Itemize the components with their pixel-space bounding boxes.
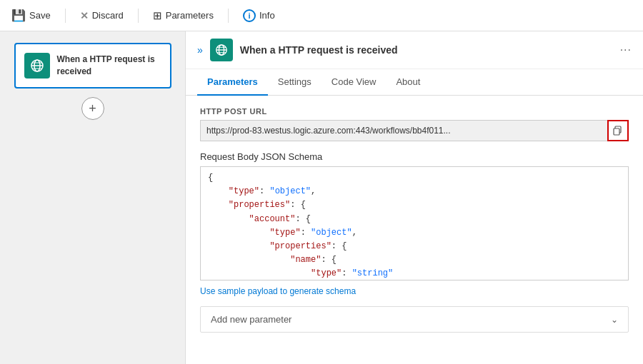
json-line-1: {	[208, 171, 621, 185]
trigger-card-icon	[24, 53, 50, 79]
tabs-bar: Parameters Settings Code View About	[186, 69, 643, 96]
save-label: Save	[29, 10, 51, 21]
info-label: Info	[259, 10, 275, 21]
tab-settings[interactable]: Settings	[268, 69, 322, 96]
info-icon: i	[243, 9, 256, 22]
copy-icon	[613, 126, 623, 136]
add-step-button[interactable]: +	[81, 97, 104, 120]
json-line-6: "properties": {	[208, 240, 621, 253]
schema-link[interactable]: Use sample payload to generate schema	[200, 286, 356, 296]
save-icon: 💾	[11, 9, 26, 22]
json-line-2: "type": "object",	[208, 185, 621, 198]
json-line-5: "type": "object",	[208, 226, 621, 240]
discard-button[interactable]: ✕ Discard	[80, 10, 124, 21]
chevron-down-icon: ⌄	[611, 315, 618, 325]
parameters-button[interactable]: ⊞ Parameters	[153, 9, 214, 22]
expand-icon[interactable]: »	[197, 44, 203, 56]
trigger-card-label: When a HTTP request is received	[57, 54, 161, 78]
svg-rect-11	[614, 128, 619, 135]
http-icon-svg	[30, 59, 44, 73]
url-input[interactable]	[200, 120, 607, 141]
toolbar-divider-2	[138, 9, 139, 23]
save-button[interactable]: 💾 Save	[11, 9, 51, 22]
add-param-label: Add new parameter	[211, 314, 291, 325]
add-param-row[interactable]: Add new parameter ⌄	[200, 306, 629, 333]
copy-url-button[interactable]	[607, 120, 629, 141]
json-line-8: "type": "string"	[208, 267, 621, 280]
toolbar-divider-3	[228, 9, 229, 23]
panel-http-icon-svg	[215, 44, 228, 56]
panel-trigger-icon	[210, 39, 233, 61]
toolbar-divider-1	[65, 9, 66, 23]
plus-icon: +	[89, 101, 96, 116]
main-content: When a HTTP request is received + » When…	[0, 31, 643, 364]
more-options-button[interactable]: ···	[620, 44, 632, 56]
discard-icon: ✕	[80, 10, 89, 21]
discard-label: Discard	[92, 10, 124, 21]
toolbar: 💾 Save ✕ Discard ⊞ Parameters i Info	[0, 0, 643, 31]
json-line-7: "name": {	[208, 253, 621, 267]
schema-label: Request Body JSON Schema	[200, 151, 629, 162]
tab-parameters[interactable]: Parameters	[197, 69, 268, 96]
url-row	[200, 120, 629, 141]
panel-title: When a HTTP request is received	[240, 44, 613, 56]
tab-codeview[interactable]: Code View	[322, 69, 387, 96]
trigger-card[interactable]: When a HTTP request is received	[14, 43, 171, 89]
json-line-3: "properties": {	[208, 198, 621, 212]
right-panel: » When a HTTP request is received ··· Pa…	[186, 31, 643, 364]
panel-content: HTTP POST URL Request Body JSON Schema {…	[186, 96, 643, 364]
parameters-label: Parameters	[166, 10, 214, 21]
json-editor[interactable]: { "type": "object", "properties": { "acc…	[200, 166, 629, 280]
sidebar: When a HTTP request is received +	[0, 31, 186, 364]
info-button[interactable]: i Info	[243, 9, 275, 22]
parameters-icon: ⊞	[153, 9, 162, 22]
http-url-label: HTTP POST URL	[200, 107, 629, 116]
tab-about[interactable]: About	[386, 69, 430, 96]
panel-header: » When a HTTP request is received ···	[186, 31, 643, 69]
json-line-4: "account": {	[208, 213, 621, 226]
